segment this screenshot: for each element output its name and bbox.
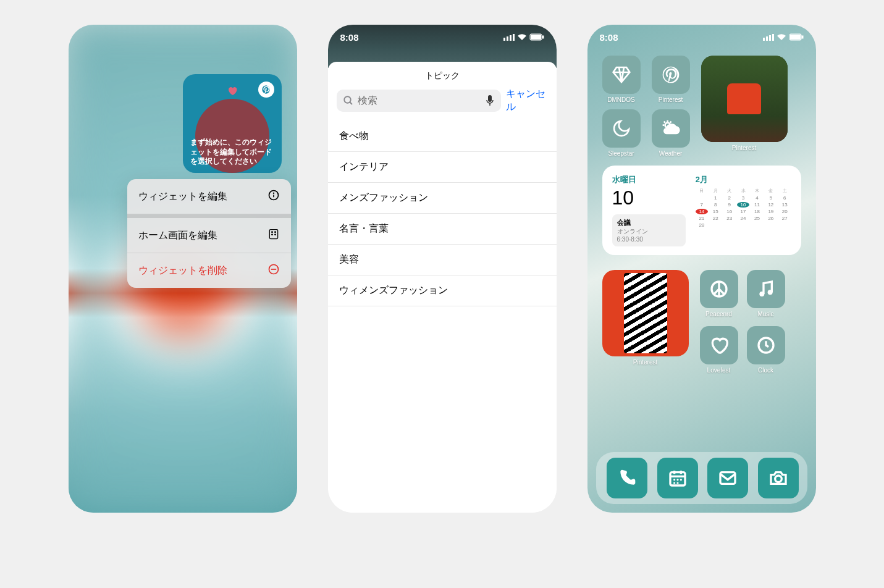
phone-topic-picker: 8:08 トピック キャンセル 食べ物インテリアメンズファッション名言・言葉美容… (328, 25, 557, 513)
search-input[interactable] (337, 90, 501, 112)
calendar-day: 10 (737, 202, 749, 208)
apps-row-2: SleepstarWeather (602, 109, 690, 157)
app-mail[interactable] (707, 458, 746, 498)
svg-rect-27 (790, 35, 800, 40)
pinterest-icon (652, 56, 690, 94)
topic-row[interactable]: インテリア (328, 152, 557, 183)
svg-point-46 (676, 482, 678, 484)
calendar-month-view: 2月 日月火水木金土123456789101112131415161718192… (696, 174, 791, 246)
calendar-day: 2 (723, 195, 735, 201)
app-moon[interactable]: Sleepstar (602, 109, 641, 157)
widget-prompt-text: まず始めに、このウィジェットを編集してボードを選択してください (190, 138, 274, 167)
topic-row[interactable]: メンズファッション (328, 183, 557, 214)
mic-icon[interactable] (485, 94, 495, 107)
app-camera[interactable] (758, 458, 796, 498)
calendar-today: 水曜日 10 会議 オンライン 6:30-8:30 (612, 174, 686, 246)
photo-widget-container: Pinterest (701, 56, 788, 157)
menu-item-delete-widget[interactable]: ウィジェットを削除 (127, 253, 291, 288)
cancel-button[interactable]: キャンセル (506, 88, 548, 114)
weekday-label: 水曜日 (612, 174, 686, 185)
apps-icon (267, 228, 280, 243)
moon-icon (602, 109, 641, 148)
topic-row[interactable]: 美容 (328, 245, 557, 275)
dock (596, 452, 807, 504)
svg-point-44 (680, 479, 681, 481)
calendar-grid: 日月火水木金土123456789101112131415161718192021… (696, 188, 791, 228)
calendar-day: 28 (696, 222, 708, 228)
pinterest-icon (258, 82, 274, 98)
calendar-day: 7 (696, 202, 708, 208)
phone-home-screen: 8:08 DMNDOSPinterest SleepstarWeather Pi… (587, 25, 816, 513)
search-field[interactable] (358, 95, 481, 106)
menu-label: ウィジェットを削除 (138, 264, 227, 277)
phone-widget-context-menu: まず始めに、このウィジェットを編集してボードを選択してください ウィジェットを編… (69, 25, 297, 513)
calendar-day: 27 (778, 216, 791, 221)
weekday-header: 日 (696, 188, 708, 194)
event-time: 6:30-8:30 (617, 236, 681, 243)
pinterest-photo-widget[interactable] (701, 56, 788, 142)
app-music[interactable]: Music (747, 270, 785, 317)
calendar-day: 1 (709, 195, 722, 201)
app-label: Music (747, 311, 785, 317)
widget-context-menu: ウィジェットを編集 ホーム画面を編集 ウィジェットを削除 (127, 179, 291, 288)
status-bar: 8:08 (587, 25, 816, 49)
svg-rect-4 (269, 230, 277, 239)
topic-sheet: トピック キャンセル 食べ物インテリアメンズファッション名言・言葉美容ウィメンズ… (328, 62, 557, 513)
calendar-day: 11 (751, 202, 763, 208)
music-icon (747, 270, 785, 308)
app-label: DMNDOS (602, 96, 641, 103)
weekday-header: 水 (737, 188, 749, 194)
mail-icon (707, 458, 748, 498)
app-phone[interactable] (607, 458, 645, 498)
app-calendar[interactable] (657, 458, 696, 498)
apps-side-grid: PeacenrdMusicLovefestClock (700, 270, 785, 374)
app-diamond[interactable]: DMNDOS (602, 56, 641, 103)
app-pinterest[interactable]: Pinterest (652, 56, 690, 103)
svg-rect-22 (763, 38, 765, 41)
pinterest-fashion-widget[interactable] (602, 270, 689, 356)
menu-item-edit-widget[interactable]: ウィジェットを編集 (127, 179, 291, 214)
svg-point-3 (273, 193, 274, 193)
heart-icon (700, 326, 738, 364)
svg-point-35 (759, 292, 764, 296)
app-label: Clock (747, 367, 785, 374)
search-icon (343, 95, 354, 106)
menu-item-edit-home[interactable]: ホーム画面を編集 (127, 218, 291, 253)
event-location: オンライン (617, 227, 681, 236)
calendar-event: 会議 オンライン 6:30-8:30 (612, 214, 686, 246)
status-icons (503, 33, 544, 41)
apps-row-1: DMNDOSPinterest (602, 56, 690, 103)
app-label: Weather (652, 150, 690, 157)
app-weather[interactable]: Weather (652, 109, 690, 157)
app-label: Peacenrd (700, 311, 738, 317)
menu-label: ホーム画面を編集 (138, 229, 217, 242)
diamond-icon (602, 56, 641, 94)
event-title: 会議 (617, 218, 681, 227)
topic-row[interactable]: 食べ物 (328, 121, 557, 152)
svg-rect-25 (772, 34, 774, 41)
svg-rect-11 (503, 38, 505, 41)
topic-list: 食べ物インテリアメンズファッション名言・言葉美容ウィメンズファッション (328, 121, 557, 306)
calendar-day: 14 (696, 209, 708, 214)
pinterest-widget[interactable]: まず始めに、このウィジェットを編集してボードを選択してください (183, 74, 282, 173)
app-label: Sleepstar (602, 150, 641, 157)
calendar-widget[interactable]: 水曜日 10 会議 オンライン 6:30-8:30 2月 日月火水木金土1234… (602, 166, 801, 255)
calendar-day: 24 (737, 216, 749, 221)
weekday-header: 木 (751, 188, 763, 194)
svg-rect-13 (510, 35, 511, 41)
calendar-day: 17 (737, 209, 749, 214)
app-heart[interactable]: Lovefest (700, 326, 738, 374)
topic-row[interactable]: 名言・言葉 (328, 214, 557, 245)
svg-line-19 (350, 102, 352, 104)
topic-row[interactable]: ウィメンズファッション (328, 275, 557, 306)
calendar-day: 21 (696, 216, 708, 221)
svg-rect-47 (720, 472, 735, 484)
svg-point-5 (271, 232, 272, 233)
calendar-day: 23 (723, 216, 735, 221)
calendar-day: 13 (778, 202, 791, 208)
day-number: 10 (612, 187, 686, 209)
calendar-day: 9 (723, 202, 735, 208)
app-peace[interactable]: Peacenrd (700, 270, 738, 317)
info-icon (267, 189, 280, 204)
app-clock[interactable]: Clock (747, 326, 785, 374)
